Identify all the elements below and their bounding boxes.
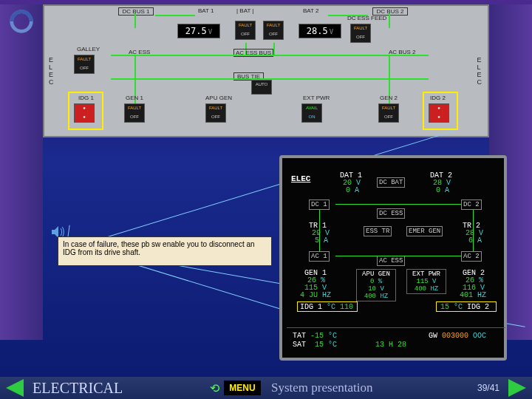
elec-label-right: ELEC: [477, 56, 484, 86]
apu-gen-label: APU GEN: [205, 95, 232, 101]
batt1-display: 27.5V: [177, 24, 220, 38]
menu-icon: ⟲: [210, 381, 219, 395]
ecam-dc2: DC 2: [461, 200, 482, 210]
ecam-ac-ess: AC ESS: [377, 256, 405, 266]
galley-pbsw[interactable]: FAULTOFF: [74, 55, 95, 74]
ecam-ac2: AC 2: [461, 251, 482, 262]
gen2-label: GEN 2: [380, 95, 398, 101]
ecam-dc-ess: DC ESS: [377, 208, 405, 219]
elec-label-left: ELEC: [49, 56, 55, 86]
menu-button[interactable]: MENU: [224, 381, 261, 395]
ecam-ext-pwr: EXT PWR 115 V 400 HZ: [406, 269, 446, 294]
ecam-emer-gen: EMER GEN: [406, 226, 443, 236]
ecam-dc1: DC 1: [309, 200, 330, 210]
bottom-bar: ELECTRICAL ⟲ MENU System presentation 39…: [0, 377, 532, 399]
dc-ess-feed-pbsw[interactable]: FAULTOFF: [350, 24, 371, 43]
bat2-label: BAT 2: [303, 7, 319, 14]
ecam-title: ELEC: [291, 174, 310, 183]
ecam-ac1: AC 1: [309, 251, 330, 262]
prev-arrow-icon[interactable]: [6, 379, 24, 397]
ecam-dc-bat: DC BAT: [377, 177, 405, 188]
gen1-pbsw[interactable]: FAULTOFF: [124, 103, 145, 123]
bat1-pbsw[interactable]: FAULTOFF: [235, 21, 256, 40]
gen2-pbsw[interactable]: FAULTOFF: [378, 103, 399, 123]
bus-tie-pbsw[interactable]: AUTO: [251, 80, 272, 95]
idg1-highlight: [68, 92, 103, 130]
idg2-highlight: [423, 92, 458, 130]
ecam-idg1-highlight: [297, 301, 358, 312]
ext-pwr-label: EXT PWR: [303, 95, 330, 101]
overhead-panel: ELEC ELEC DC BUS 1 BAT 1 | BAT | BAT 2 D…: [43, 4, 489, 137]
ecam-display: ELEC DAT 1 20 V 0 A DC BAT DAT 2 28 V 0 …: [279, 155, 507, 361]
ecam-apu-gen: APU GEN 0 % 10 V 400 HZ: [356, 269, 396, 301]
page-title: ELECTRICAL: [33, 380, 202, 397]
bat2-pbsw[interactable]: FAULTOFF: [263, 21, 284, 40]
ecam-idg2-highlight: [436, 301, 497, 312]
frame-left-panel: [0, 4, 43, 340]
bat1-label: BAT 1: [198, 7, 214, 14]
page-counter: 39/41: [477, 383, 499, 393]
page-subtitle: System presentation: [271, 381, 372, 395]
batt2-display: 28.5V: [299, 24, 341, 38]
dc-bus1-label: DC BUS 1: [118, 7, 154, 16]
ext-pwr-pbsw[interactable]: AVAILON: [301, 103, 322, 123]
ecam-ess-tr: ESS TR: [364, 226, 392, 236]
next-arrow-icon[interactable]: [508, 379, 526, 397]
gen1-label: GEN 1: [126, 95, 143, 101]
instruction-tooltip: In case of failure, these pb sw enable y…: [58, 236, 272, 266]
apu-gen-pbsw[interactable]: FAULTOFF: [205, 103, 226, 123]
galley-label: GALLEY: [77, 46, 100, 52]
ecam-clock: 13 H 28: [375, 341, 406, 349]
bat-toggle-label: | BAT |: [236, 7, 253, 14]
swirl-logo: [7, 7, 35, 35]
